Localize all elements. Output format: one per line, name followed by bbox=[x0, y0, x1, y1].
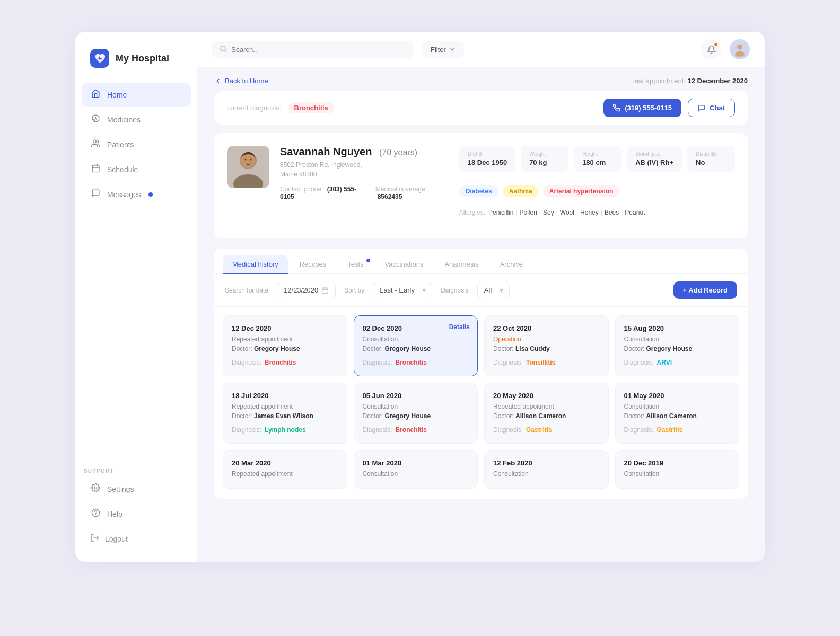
diagnosis-pill: Lymph nodes bbox=[265, 425, 306, 435]
conditions-row: DiabetesAsthmaArterial hypertension bbox=[459, 186, 735, 197]
avatar[interactable] bbox=[730, 39, 750, 59]
allergy-item: Penicillin bbox=[488, 209, 513, 216]
tab-medical-history[interactable]: Medical history bbox=[223, 255, 288, 274]
record-type: Repeated appoitment bbox=[232, 403, 338, 410]
record-card: 12 Dec 2020 Repeated appoitment Doctor: … bbox=[223, 315, 347, 376]
sidebar-item-label: Help bbox=[107, 510, 122, 518]
svg-line-10 bbox=[225, 50, 226, 51]
diagnosis-pill: Bronchitis bbox=[396, 425, 427, 435]
patient-meta: Contact phone: (303) 555-0105 Medical co… bbox=[280, 186, 449, 200]
record-type: Repeated appoitment bbox=[232, 470, 338, 478]
tab-recypes[interactable]: Recypes bbox=[290, 255, 336, 274]
patient-name: Savannah Nguyen (70 years) bbox=[280, 146, 449, 158]
diagnosis-pill: Gastritis bbox=[657, 425, 683, 435]
sidebar-item-label: Home bbox=[107, 91, 127, 99]
call-button[interactable]: (319) 555-0115 bbox=[603, 99, 681, 117]
diagnosis-pill: Bronchitis bbox=[265, 358, 296, 367]
record-diagnosis: Diagnosis: Gastritis bbox=[493, 425, 600, 435]
filter-row: Search for date 12/23/2020 Sort by Last … bbox=[214, 274, 748, 307]
diagnosis-value: Bronchitis bbox=[289, 102, 334, 113]
record-date: 05 Jun 2020 bbox=[363, 392, 469, 400]
diagnosis-filter-label: Diagnosis bbox=[441, 287, 469, 294]
sidebar-item-label: Patients bbox=[107, 140, 134, 149]
chat-button[interactable]: Chat bbox=[688, 99, 735, 117]
messages-icon bbox=[90, 189, 101, 200]
sort-select[interactable]: Last - Early bbox=[373, 282, 432, 298]
allergy-item: Pollen bbox=[520, 209, 537, 216]
record-diagnosis: Diagnosis: Bronchitis bbox=[232, 358, 338, 367]
settings-icon bbox=[90, 483, 101, 494]
sidebar-item-settings[interactable]: Settings bbox=[82, 477, 191, 501]
patient-address: 8502 Preston Rd. Inglewood, Maine 98380 bbox=[280, 160, 449, 179]
action-buttons: (319) 555-0115 Chat bbox=[603, 99, 735, 117]
details-button[interactable]: Details bbox=[449, 323, 470, 331]
filter-section: Search for date 12/23/2020 Sort by Last … bbox=[214, 274, 748, 307]
record-doctor: Doctor: Gregory House bbox=[363, 345, 469, 352]
chat-label: Chat bbox=[710, 104, 725, 112]
sidebar-item-messages[interactable]: Messages bbox=[82, 182, 191, 206]
sidebar-item-label: Schedule bbox=[107, 165, 138, 174]
last-appt-label: last appointment: bbox=[633, 77, 686, 85]
diagnosis-select[interactable]: All bbox=[477, 282, 510, 298]
record-doctor: Doctor: Gregory House bbox=[232, 345, 338, 352]
tab-archive[interactable]: Archive bbox=[491, 255, 532, 274]
record-doctor: Doctor: Gregory House bbox=[363, 412, 469, 420]
sidebar-item-patients[interactable]: Patients bbox=[82, 132, 191, 156]
record-doctor: Doctor: Allison Cameron bbox=[493, 412, 600, 420]
svg-rect-23 bbox=[322, 288, 328, 294]
back-to-home-link[interactable]: Back to Home bbox=[214, 77, 268, 85]
breadcrumb-row: Back to Home last appointment: 12 Decemb… bbox=[214, 67, 748, 91]
sidebar: My Hospital Home Medicines Patients Sche… bbox=[75, 32, 197, 562]
search-input[interactable] bbox=[231, 46, 406, 54]
svg-point-0 bbox=[93, 140, 96, 143]
record-doctor: Doctor: Lisa Cuddy bbox=[493, 345, 600, 352]
sidebar-item-schedule[interactable]: Schedule bbox=[82, 157, 191, 181]
record-doctor: Doctor: Gregory House bbox=[624, 345, 731, 352]
add-record-button[interactable]: + Add Record bbox=[673, 281, 737, 299]
tab-vaccinations[interactable]: Vaccinations bbox=[375, 255, 433, 274]
condition-tag: Diabetes bbox=[459, 186, 498, 197]
sidebar-item-label: Medicines bbox=[107, 116, 141, 124]
record-type: Consultation bbox=[363, 335, 469, 343]
sidebar-item-home[interactable]: Home bbox=[82, 83, 191, 107]
date-input[interactable]: 12/23/2020 bbox=[277, 282, 336, 298]
patient-phone: Contact phone: (303) 555-0105 bbox=[280, 186, 363, 200]
allergy-item: Honey bbox=[580, 209, 599, 216]
support-navigation: Settings Help bbox=[75, 477, 197, 527]
logout-icon bbox=[90, 533, 100, 545]
record-card: 01 Mar 2020 Consultation bbox=[354, 450, 478, 489]
diagnosis-label: current diagnosis: bbox=[227, 104, 282, 112]
patient-card: Savannah Nguyen (70 years) 8502 Preston … bbox=[214, 133, 748, 238]
record-doctor: Doctor: James Evan Wilson bbox=[232, 412, 338, 420]
diagnosis-pill: ARVI bbox=[657, 358, 672, 367]
tab-dot bbox=[366, 259, 370, 262]
diagnosis-pill: Bronchitis bbox=[396, 358, 427, 367]
diagnosis-pill: Tonsillitis bbox=[526, 358, 555, 367]
notification-button[interactable] bbox=[701, 39, 721, 59]
record-type: Consultation bbox=[624, 335, 731, 343]
medicines-icon bbox=[90, 114, 101, 125]
sidebar-item-label: Settings bbox=[107, 485, 134, 493]
record-date: 12 Feb 2020 bbox=[493, 459, 600, 467]
logout-button[interactable]: Logout bbox=[75, 527, 197, 551]
record-date: 20 May 2020 bbox=[493, 392, 600, 400]
sidebar-item-help[interactable]: Help bbox=[82, 502, 191, 526]
allergies-row: Allergies: Penicillin|Pollen|Soy|Wool|Ho… bbox=[459, 209, 735, 216]
notification-dot bbox=[714, 42, 718, 47]
sidebar-item-medicines[interactable]: Medicines bbox=[82, 108, 191, 131]
vital-box: Blood typeAB (IV) Rh+ bbox=[627, 146, 682, 172]
page-body: Back to Home last appointment: 12 Decemb… bbox=[197, 67, 765, 562]
last-appointment: last appointment: 12 December 2020 bbox=[633, 77, 748, 85]
record-diagnosis: Diagnosis: Bronchitis bbox=[363, 425, 469, 435]
record-type: Repeated appoitment bbox=[493, 403, 600, 410]
filter-button[interactable]: Filter bbox=[422, 41, 464, 58]
help-icon bbox=[90, 508, 101, 519]
record-diagnosis: Diagnosis: Gastritis bbox=[624, 425, 731, 435]
record-card: 22 Oct 2020 Operation Doctor: Lisa Cuddy… bbox=[484, 315, 609, 376]
allergies-list: Penicillin|Pollen|Soy|Wool|Honey|Bees|Pe… bbox=[488, 209, 645, 216]
allergy-item: Peanut bbox=[625, 209, 645, 216]
tab-tests[interactable]: Tests bbox=[338, 255, 373, 274]
allergy-item: Soy bbox=[543, 209, 554, 216]
svg-point-22 bbox=[250, 159, 252, 161]
tab-anamnesis[interactable]: Anamnesis bbox=[435, 255, 488, 274]
